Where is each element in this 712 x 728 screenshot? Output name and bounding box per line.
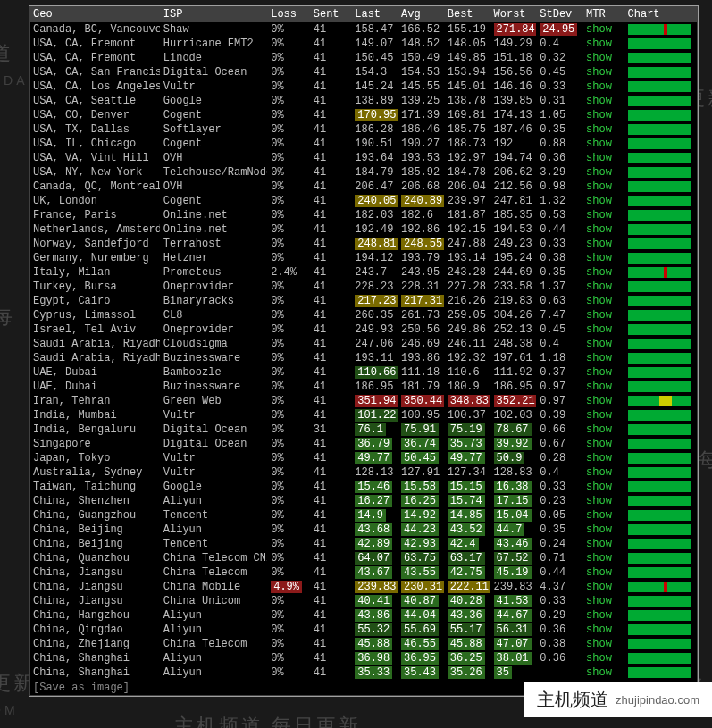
show-mtr-link[interactable]: show	[586, 566, 612, 579]
table-row: UAE, DubaiBamboozle0%41110.66111.18110.6…	[29, 365, 698, 380]
show-mtr-link[interactable]: show	[586, 452, 612, 464]
latency-chart-bar	[628, 124, 691, 135]
show-mtr-link[interactable]: show	[586, 338, 612, 350]
table-row: SingaporeDigital Ocean0%4136.7936.7435.7…	[29, 437, 698, 451]
col-stdev: StDev	[536, 6, 582, 22]
show-mtr-link[interactable]: show	[586, 538, 612, 550]
show-mtr-link[interactable]: show	[586, 152, 612, 164]
table-row: USA, CA, FremontLinode0%41150.45150.4914…	[29, 51, 698, 65]
show-mtr-link[interactable]: show	[586, 352, 612, 364]
col-chart: Chart	[624, 6, 698, 22]
latency-chart-bar	[628, 110, 691, 121]
latency-chart-bar	[628, 553, 691, 564]
latency-chart-bar	[628, 524, 691, 535]
show-mtr-link[interactable]: show	[586, 38, 612, 50]
table-row: USA, NY, New YorkTelehouse/RamNode0%4118…	[29, 165, 698, 180]
latency-chart-bar	[628, 639, 691, 649]
show-mtr-link[interactable]: show	[586, 623, 612, 636]
latency-chart-bar	[628, 667, 691, 678]
table-row: Canada, QC, MontrealOVH0%41206.47206.682…	[29, 180, 698, 194]
show-mtr-link[interactable]: show	[586, 552, 612, 565]
show-mtr-link[interactable]: show	[586, 409, 612, 422]
show-mtr-link[interactable]: show	[586, 266, 612, 279]
show-mtr-link[interactable]: show	[586, 180, 612, 193]
show-mtr-link[interactable]: show	[586, 438, 612, 450]
show-mtr-link[interactable]: show	[586, 280, 612, 293]
col-avg: Avg	[398, 6, 444, 22]
latency-chart-bar	[628, 38, 691, 49]
latency-chart-bar	[628, 210, 691, 221]
watermark: 每	[699, 447, 712, 473]
latency-chart-bar	[628, 167, 691, 178]
table-row: China, ShanghaiAliyun0%4136.9836.9536.25…	[29, 651, 698, 665]
show-mtr-link[interactable]: show	[586, 109, 612, 121]
show-mtr-link[interactable]: show	[586, 95, 612, 107]
show-mtr-link[interactable]: show	[586, 195, 612, 207]
table-body: Canada, BC, VancouverShaw0%41158.47166.5…	[29, 22, 698, 680]
table-row: China, ShenzhenAliyun0%4116.2716.2515.74…	[29, 494, 698, 508]
show-mtr-link[interactable]: show	[586, 595, 612, 607]
show-mtr-link[interactable]: show	[586, 23, 612, 36]
show-mtr-link[interactable]: show	[586, 166, 612, 179]
show-mtr-link[interactable]: show	[586, 481, 612, 493]
latency-chart-bar	[628, 582, 691, 592]
table-row: Australia, SydneyVultr0%41128.13127.9112…	[29, 465, 698, 480]
table-row: China, GuangzhouTencent0%4114.914.9214.8…	[29, 508, 698, 523]
show-mtr-link[interactable]: show	[586, 66, 612, 79]
col-sent: Sent	[310, 6, 351, 22]
latency-chart-bar	[628, 196, 691, 206]
show-mtr-link[interactable]: show	[586, 523, 612, 536]
latency-chart-bar	[628, 596, 691, 607]
show-mtr-link[interactable]: show	[586, 123, 612, 136]
show-mtr-link[interactable]: show	[586, 80, 612, 93]
show-mtr-link[interactable]: show	[586, 666, 612, 679]
latency-chart-bar	[628, 610, 691, 621]
latency-chart-bar	[628, 324, 691, 335]
show-mtr-link[interactable]: show	[586, 138, 612, 150]
table-row: Taiwan, TaichungGoogle0%4115.4615.5815.1…	[29, 480, 698, 494]
badge-title: 主机频道	[537, 688, 608, 712]
show-mtr-link[interactable]: show	[586, 652, 612, 665]
table-row: Germany, NurembergHetzner0%41194.12193.7…	[29, 251, 698, 265]
ping-results-table: Geo ISP Loss Sent Last Avg Best Worst St…	[29, 6, 698, 680]
latency-chart-bar	[628, 238, 691, 249]
show-mtr-link[interactable]: show	[586, 466, 612, 479]
table-row: China, HangzhouAliyun0%4143.8644.0443.36…	[29, 608, 698, 623]
show-mtr-link[interactable]: show	[586, 223, 612, 236]
table-row: Iran, TehranGreen Web0%41351.94350.44348…	[29, 394, 698, 408]
latency-chart-bar	[628, 353, 691, 364]
show-mtr-link[interactable]: show	[586, 495, 612, 507]
show-mtr-link[interactable]: show	[586, 509, 612, 522]
show-mtr-link[interactable]: show	[586, 238, 612, 250]
show-mtr-link[interactable]: show	[586, 609, 612, 622]
latency-chart-bar	[628, 424, 691, 435]
table-row: USA, CA, SeattleGoogle0%41138.89139.2513…	[29, 94, 698, 108]
show-mtr-link[interactable]: show	[586, 381, 612, 393]
latency-chart-bar	[628, 81, 691, 92]
show-mtr-link[interactable]: show	[586, 323, 612, 336]
latency-chart-bar	[628, 253, 691, 264]
latency-chart-bar	[628, 481, 691, 492]
table-row: Egypt, CairoBinaryracks0%41217.23217.312…	[29, 294, 698, 308]
show-mtr-link[interactable]: show	[586, 638, 612, 650]
show-mtr-link[interactable]: show	[586, 395, 612, 407]
show-mtr-link[interactable]: show	[586, 252, 612, 264]
show-mtr-link[interactable]: show	[586, 295, 612, 307]
show-mtr-link[interactable]: show	[586, 209, 612, 222]
table-row: China, ZhejiangChina Telecom0%4145.8846.…	[29, 637, 698, 651]
show-mtr-link[interactable]: show	[586, 52, 612, 64]
latency-chart-bar	[628, 181, 691, 192]
table-row: India, MumbaiVultr0%41101.22100.95100.37…	[29, 408, 698, 423]
table-row: Cyprus, LimassolCL80%41260.35261.73259.0…	[29, 308, 698, 322]
show-mtr-link[interactable]: show	[586, 581, 612, 593]
table-row: UK, LondonCogent0%41240.05240.89239.9724…	[29, 194, 698, 208]
show-mtr-link[interactable]: show	[586, 366, 612, 379]
show-mtr-link[interactable]: show	[586, 423, 612, 436]
col-loss: Loss	[267, 6, 310, 22]
latency-chart-bar	[628, 467, 691, 478]
screenshot-root: 道NDA 主机频道 每日更新ZHUJIPINDAO.COM 主机频道 每日更新Z…	[0, 0, 712, 728]
latency-chart-bar	[628, 138, 691, 149]
show-mtr-link[interactable]: show	[586, 309, 612, 322]
table-row: China, QuanzhouChina Telecom CN20%4164.0…	[29, 551, 698, 565]
table-row: France, ParisOnline.net0%41182.03182.618…	[29, 208, 698, 222]
